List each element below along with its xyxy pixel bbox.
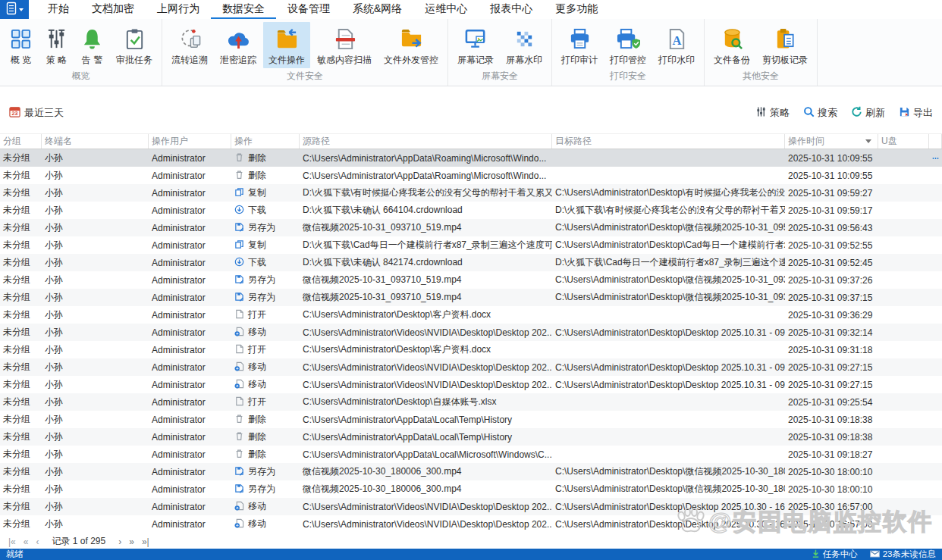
cell-6: 2025-10-30 16:57:00 — [785, 498, 878, 515]
cell-5: C:\Users\Administrator\Desktop\微信视频2025-… — [552, 463, 785, 480]
ribbon-button-3-2[interactable]: A打印水印 — [653, 22, 700, 68]
column-header-6[interactable]: 操作时间 — [785, 134, 878, 149]
menu-tab-3[interactable]: 数据安全 — [211, 0, 276, 19]
table-row[interactable]: 未分组小孙Administrator移动C:\Users\Administrat… — [0, 376, 942, 393]
ribbon-button-3-0[interactable]: 打印审计 — [556, 22, 603, 68]
menu-tab-8[interactable]: 更多功能 — [544, 0, 609, 19]
table-row[interactable]: 未分组小孙Administrator移动C:\Users\Administrat… — [0, 498, 942, 515]
menu-tab-6[interactable]: 运维中心 — [413, 0, 479, 19]
ribbon-button-1-3[interactable]: 敏感内容扫描 — [312, 22, 377, 68]
cell-7 — [878, 393, 929, 411]
table-row[interactable]: 未分组小孙Administrator删除C:\Users\Administrat… — [0, 149, 942, 167]
table-row[interactable]: 未分组小孙Administrator删除C:\Users\Administrat… — [0, 411, 942, 428]
table-row[interactable]: 未分组小孙Administrator打开C:\Users\Administrat… — [0, 341, 942, 358]
table-row[interactable]: 未分组小孙Administrator移动C:\Users\Administrat… — [0, 515, 942, 533]
pagination-fast-next-button[interactable]: » — [125, 537, 138, 547]
cell-7 — [878, 411, 929, 428]
cell-5: D:\火狐下载\有时候挺心疼我老公的没有父母的帮衬干着又累又累... — [552, 202, 785, 219]
cell-8 — [929, 428, 942, 446]
ribbon-button-4-0[interactable]: 文件备份 — [708, 22, 755, 68]
ribbon-button-3-1[interactable]: 打印管控 — [604, 22, 652, 68]
table-row[interactable]: 未分组小孙Administrator另存为微信视频2025-10-30_1800… — [0, 480, 942, 498]
cell-2: Administrator — [149, 324, 231, 341]
leak-trace-icon — [227, 26, 250, 52]
table-row[interactable]: 未分组小孙Administrator复制D:\火狐下载\Cad每日一个建模前行者… — [0, 236, 942, 254]
pagination-last-button[interactable]: »| — [138, 537, 153, 547]
ribbon-button-0-1[interactable]: 策 略 — [39, 22, 74, 68]
menu-tab-1[interactable]: 文档加密 — [80, 0, 146, 19]
ribbon-button-2-1[interactable]: 屏幕水印 — [501, 22, 548, 68]
ribbon-button-1-2[interactable]: 文件操作 — [263, 22, 310, 68]
toolbar-action-3[interactable]: 导出 — [899, 106, 933, 120]
cell-8 — [929, 254, 942, 271]
cell-1: 小孙 — [42, 446, 149, 463]
row-more-button[interactable] — [932, 156, 939, 161]
unread-messages-button[interactable]: 23条未读信息 — [870, 549, 936, 560]
column-header-5[interactable]: 目标路径 — [552, 134, 785, 149]
cell-8 — [929, 446, 942, 463]
ribbon-button-1-4[interactable]: 文件外发管控 — [378, 22, 444, 68]
cell-6: 2025-10-31 09:56:43 — [785, 219, 878, 236]
cell-3: 复制 — [231, 236, 300, 254]
table-row[interactable]: 未分组小孙Administrator删除C:\Users\Administrat… — [0, 428, 942, 446]
filter-caret-icon[interactable] — [865, 139, 871, 143]
column-header-0[interactable]: 分组 — [0, 134, 42, 149]
table-row[interactable]: 未分组小孙Administrator删除C:\Users\Administrat… — [0, 167, 942, 184]
column-header-1[interactable]: 终端名 — [42, 134, 149, 149]
cell-2: Administrator — [149, 498, 231, 515]
ribbon-button-2-0[interactable]: 屏幕记录 — [452, 22, 499, 68]
cell-2: Administrator — [149, 358, 231, 376]
table-row[interactable]: 未分组小孙Administrator打开C:\Users\Administrat… — [0, 306, 942, 324]
table-row[interactable]: 未分组小孙Administrator移动C:\Users\Administrat… — [0, 358, 942, 376]
column-header-3[interactable]: 操作 — [231, 134, 300, 149]
toolbar-action-2[interactable]: 刷新 — [851, 106, 885, 120]
table-row[interactable]: 未分组小孙Administrator另存为微信视频2025-10-31_0937… — [0, 289, 942, 306]
cell-1: 小孙 — [42, 219, 149, 236]
toolbar-action-1[interactable]: 搜索 — [803, 106, 837, 120]
table-row[interactable]: 未分组小孙Administrator下载D:\火狐下载\未确认 664104.c… — [0, 202, 942, 219]
operation-label: 打开 — [248, 396, 266, 408]
ribbon-group-label: 文件安全 — [162, 69, 447, 86]
date-range-filter[interactable]: 23 最近三天 — [9, 106, 64, 120]
cell-3: 另存为 — [231, 271, 300, 289]
menu-tab-0[interactable]: 开始 — [36, 0, 80, 19]
column-header-8[interactable] — [929, 134, 942, 149]
print-audit-icon — [568, 26, 592, 52]
operation-label: 另存为 — [248, 274, 275, 286]
table-row[interactable]: 未分组小孙Administrator另存为微信视频2025-10-31_0937… — [0, 219, 942, 236]
pagination-fast-prev-button[interactable]: « — [20, 537, 33, 547]
ribbon-button-1-0[interactable]: 流转追溯 — [166, 22, 213, 68]
column-header-2[interactable]: 操作用户 — [149, 134, 231, 149]
cell-0: 未分组 — [0, 480, 42, 498]
table-row[interactable]: 未分组小孙Administrator删除C:\Users\Administrat… — [0, 446, 942, 463]
column-header-4[interactable]: 源路径 — [300, 134, 552, 149]
column-header-7[interactable]: U盘 — [878, 134, 929, 149]
search-icon — [803, 106, 815, 120]
operation-label: 移动 — [248, 361, 266, 374]
pagination-prev-button[interactable]: ‹ — [32, 537, 42, 547]
table-row[interactable]: 未分组小孙Administrator另存为微信视频2025-10-31_0937… — [0, 271, 942, 289]
cell-0: 未分组 — [0, 498, 42, 515]
menu-tab-7[interactable]: 报表中心 — [479, 0, 544, 19]
ribbon-button-0-2[interactable]: 告 警 — [75, 22, 109, 68]
task-center-button[interactable]: 任务中心 — [812, 549, 858, 560]
table-row[interactable]: 未分组小孙Administrator移动C:\Users\Administrat… — [0, 324, 942, 341]
cell-7 — [878, 254, 929, 271]
pagination-next-button[interactable]: › — [115, 537, 125, 547]
ribbon-button-0-3[interactable]: 审批任务 — [111, 22, 158, 68]
table-row[interactable]: 未分组小孙Administrator打开C:\Users\Administrat… — [0, 393, 942, 411]
ribbon-button-1-1[interactable]: 泄密追踪 — [215, 22, 262, 68]
app-menu-button[interactable] — [0, 0, 29, 19]
table-row[interactable]: 未分组小孙Administrator下载D:\火狐下载\未确认 842174.c… — [0, 254, 942, 271]
table-row[interactable]: 未分组小孙Administrator复制D:\火狐下载\有时候挺心疼我老公的没有… — [0, 184, 942, 202]
ribbon-button-4-1[interactable]: 剪切板记录 — [757, 22, 813, 68]
menu-tab-5[interactable]: 系统&网络 — [341, 0, 413, 19]
download-icon — [234, 257, 244, 269]
menu-tab-4[interactable]: 设备管理 — [276, 0, 341, 19]
cell-0: 未分组 — [0, 306, 42, 324]
pagination-first-button[interactable]: |« — [5, 537, 20, 547]
ribbon-button-0-0[interactable]: 概 览 — [4, 22, 38, 68]
table-row[interactable]: 未分组小孙Administrator另存为微信视频2025-10-30_1800… — [0, 463, 942, 480]
toolbar-action-0[interactable]: 策略 — [755, 106, 790, 120]
menu-tab-2[interactable]: 上网行为 — [146, 0, 211, 19]
